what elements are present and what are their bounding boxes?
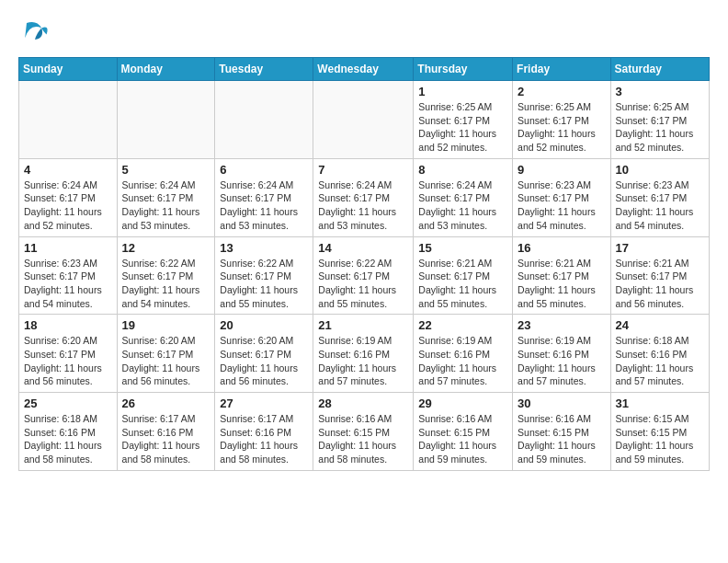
day-number: 7 xyxy=(318,163,408,177)
calendar-cell: 3Sunrise: 6:25 AM Sunset: 6:17 PM Daylig… xyxy=(610,81,709,159)
day-number: 3 xyxy=(616,85,704,98)
day-number: 24 xyxy=(616,318,704,332)
calendar-cell: 29Sunrise: 6:16 AM Sunset: 6:15 PM Dayli… xyxy=(414,393,513,471)
day-number: 23 xyxy=(518,318,606,332)
calendar-cell: 11Sunrise: 6:23 AM Sunset: 6:17 PM Dayli… xyxy=(19,236,118,315)
day-info: Sunrise: 6:22 AM Sunset: 6:17 PM Dayligh… xyxy=(318,257,408,311)
day-number: 4 xyxy=(24,163,112,177)
calendar-cell: 28Sunrise: 6:16 AM Sunset: 6:15 PM Dayli… xyxy=(313,393,414,471)
calendar-cell: 30Sunrise: 6:16 AM Sunset: 6:15 PM Dayli… xyxy=(513,393,611,471)
calendar-week-row: 4Sunrise: 6:24 AM Sunset: 6:17 PM Daylig… xyxy=(19,158,710,236)
day-info: Sunrise: 6:25 AM Sunset: 6:17 PM Dayligh… xyxy=(418,100,507,155)
day-number: 27 xyxy=(220,396,308,410)
day-info: Sunrise: 6:20 AM Sunset: 6:17 PM Dayligh… xyxy=(24,334,112,388)
day-number: 5 xyxy=(122,163,210,177)
day-number: 30 xyxy=(518,396,606,410)
day-number: 21 xyxy=(318,318,408,332)
day-number: 15 xyxy=(418,241,507,255)
day-number: 20 xyxy=(220,318,308,332)
day-info: Sunrise: 6:24 AM Sunset: 6:17 PM Dayligh… xyxy=(24,178,112,233)
day-number: 8 xyxy=(418,163,507,177)
day-number: 17 xyxy=(616,241,704,255)
day-info: Sunrise: 6:19 AM Sunset: 6:16 PM Dayligh… xyxy=(418,334,507,388)
day-info: Sunrise: 6:18 AM Sunset: 6:16 PM Dayligh… xyxy=(616,334,704,388)
day-number: 2 xyxy=(518,85,606,98)
day-info: Sunrise: 6:19 AM Sunset: 6:16 PM Dayligh… xyxy=(518,334,606,388)
day-number: 18 xyxy=(24,318,112,332)
weekday-header-sunday: Sunday xyxy=(19,58,118,81)
calendar-cell: 25Sunrise: 6:18 AM Sunset: 6:16 PM Dayli… xyxy=(19,393,118,471)
day-number: 6 xyxy=(220,163,308,177)
calendar-cell: 10Sunrise: 6:23 AM Sunset: 6:17 PM Dayli… xyxy=(610,158,709,236)
calendar-cell: 13Sunrise: 6:22 AM Sunset: 6:17 PM Dayli… xyxy=(215,236,313,315)
logo-icon xyxy=(18,15,51,48)
day-number: 9 xyxy=(518,163,606,177)
calendar-cell: 16Sunrise: 6:21 AM Sunset: 6:17 PM Dayli… xyxy=(513,236,611,315)
calendar-cell: 24Sunrise: 6:18 AM Sunset: 6:16 PM Dayli… xyxy=(610,315,709,393)
day-number: 14 xyxy=(318,241,408,255)
weekday-header-monday: Monday xyxy=(117,58,215,81)
weekday-header-saturday: Saturday xyxy=(610,58,709,81)
weekday-header-wednesday: Wednesday xyxy=(313,58,414,81)
calendar-week-row: 18Sunrise: 6:20 AM Sunset: 6:17 PM Dayli… xyxy=(19,315,710,393)
day-info: Sunrise: 6:24 AM Sunset: 6:17 PM Dayligh… xyxy=(318,178,408,233)
day-number: 26 xyxy=(122,396,210,410)
day-info: Sunrise: 6:24 AM Sunset: 6:17 PM Dayligh… xyxy=(122,178,210,233)
calendar-cell: 19Sunrise: 6:20 AM Sunset: 6:17 PM Dayli… xyxy=(117,315,215,393)
calendar-cell: 27Sunrise: 6:17 AM Sunset: 6:16 PM Dayli… xyxy=(215,393,313,471)
calendar-cell: 6Sunrise: 6:24 AM Sunset: 6:17 PM Daylig… xyxy=(215,158,313,236)
logo xyxy=(18,15,55,48)
day-info: Sunrise: 6:23 AM Sunset: 6:17 PM Dayligh… xyxy=(616,178,704,233)
calendar-week-row: 11Sunrise: 6:23 AM Sunset: 6:17 PM Dayli… xyxy=(19,236,710,315)
calendar-cell: 15Sunrise: 6:21 AM Sunset: 6:17 PM Dayli… xyxy=(414,236,513,315)
day-info: Sunrise: 6:21 AM Sunset: 6:17 PM Dayligh… xyxy=(518,257,606,311)
day-number: 13 xyxy=(220,241,308,255)
page: SundayMondayTuesdayWednesdayThursdayFrid… xyxy=(0,0,728,480)
calendar-cell: 21Sunrise: 6:19 AM Sunset: 6:16 PM Dayli… xyxy=(313,315,414,393)
calendar-cell: 12Sunrise: 6:22 AM Sunset: 6:17 PM Dayli… xyxy=(117,236,215,315)
day-number: 22 xyxy=(418,318,507,332)
calendar-week-row: 1Sunrise: 6:25 AM Sunset: 6:17 PM Daylig… xyxy=(19,81,710,159)
weekday-header-tuesday: Tuesday xyxy=(215,58,313,81)
day-number: 11 xyxy=(24,241,112,255)
day-info: Sunrise: 6:20 AM Sunset: 6:17 PM Dayligh… xyxy=(220,334,308,388)
day-info: Sunrise: 6:22 AM Sunset: 6:17 PM Dayligh… xyxy=(122,257,210,311)
day-number: 31 xyxy=(616,396,704,410)
calendar-cell xyxy=(313,81,414,159)
calendar-cell: 14Sunrise: 6:22 AM Sunset: 6:17 PM Dayli… xyxy=(313,236,414,315)
day-info: Sunrise: 6:25 AM Sunset: 6:17 PM Dayligh… xyxy=(518,100,606,155)
day-info: Sunrise: 6:23 AM Sunset: 6:17 PM Dayligh… xyxy=(24,257,112,311)
day-info: Sunrise: 6:18 AM Sunset: 6:16 PM Dayligh… xyxy=(24,412,112,466)
day-info: Sunrise: 6:22 AM Sunset: 6:17 PM Dayligh… xyxy=(220,257,308,311)
calendar-cell: 8Sunrise: 6:24 AM Sunset: 6:17 PM Daylig… xyxy=(414,158,513,236)
calendar-cell: 9Sunrise: 6:23 AM Sunset: 6:17 PM Daylig… xyxy=(513,158,611,236)
calendar-table: SundayMondayTuesdayWednesdayThursdayFrid… xyxy=(18,57,710,471)
day-info: Sunrise: 6:21 AM Sunset: 6:17 PM Dayligh… xyxy=(418,257,507,311)
calendar-cell: 7Sunrise: 6:24 AM Sunset: 6:17 PM Daylig… xyxy=(313,158,414,236)
day-info: Sunrise: 6:24 AM Sunset: 6:17 PM Dayligh… xyxy=(220,178,308,233)
calendar-cell: 22Sunrise: 6:19 AM Sunset: 6:16 PM Dayli… xyxy=(414,315,513,393)
day-number: 16 xyxy=(518,241,606,255)
calendar-header-row: SundayMondayTuesdayWednesdayThursdayFrid… xyxy=(19,58,710,81)
calendar-cell: 31Sunrise: 6:15 AM Sunset: 6:15 PM Dayli… xyxy=(610,393,709,471)
calendar-cell xyxy=(117,81,215,159)
weekday-header-thursday: Thursday xyxy=(414,58,513,81)
day-number: 10 xyxy=(616,163,704,177)
day-number: 25 xyxy=(24,396,112,410)
day-info: Sunrise: 6:15 AM Sunset: 6:15 PM Dayligh… xyxy=(616,412,704,466)
calendar-cell: 1Sunrise: 6:25 AM Sunset: 6:17 PM Daylig… xyxy=(414,81,513,159)
calendar-cell xyxy=(215,81,313,159)
day-number: 12 xyxy=(122,241,210,255)
day-info: Sunrise: 6:21 AM Sunset: 6:17 PM Dayligh… xyxy=(616,257,704,311)
day-number: 19 xyxy=(122,318,210,332)
day-info: Sunrise: 6:25 AM Sunset: 6:17 PM Dayligh… xyxy=(616,100,704,155)
day-number: 29 xyxy=(418,396,507,410)
day-number: 1 xyxy=(418,85,507,98)
calendar-cell: 2Sunrise: 6:25 AM Sunset: 6:17 PM Daylig… xyxy=(513,81,611,159)
day-info: Sunrise: 6:19 AM Sunset: 6:16 PM Dayligh… xyxy=(318,334,408,388)
day-info: Sunrise: 6:16 AM Sunset: 6:15 PM Dayligh… xyxy=(318,412,408,466)
day-info: Sunrise: 6:20 AM Sunset: 6:17 PM Dayligh… xyxy=(122,334,210,388)
day-info: Sunrise: 6:16 AM Sunset: 6:15 PM Dayligh… xyxy=(418,412,507,466)
day-info: Sunrise: 6:17 AM Sunset: 6:16 PM Dayligh… xyxy=(122,412,210,466)
calendar-cell: 23Sunrise: 6:19 AM Sunset: 6:16 PM Dayli… xyxy=(513,315,611,393)
